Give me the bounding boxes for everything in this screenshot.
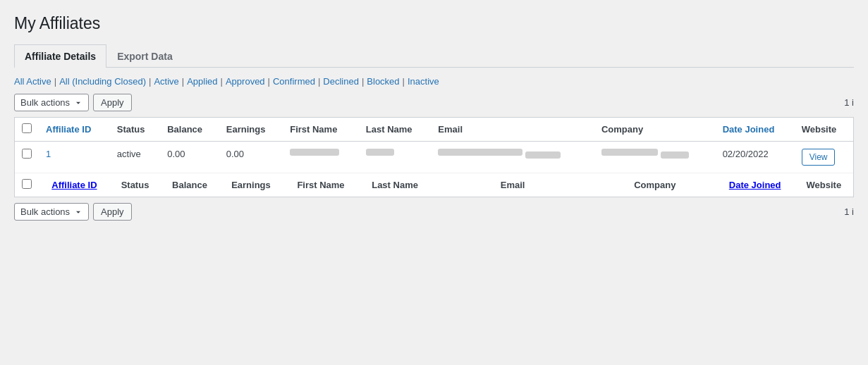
footer-affiliate-id-sort-link[interactable]: Affiliate ID: [51, 180, 97, 190]
row-affiliate-id: 1: [39, 142, 110, 173]
row-last-name: [359, 142, 432, 173]
row-website: View: [795, 142, 853, 173]
row-checkbox-cell: [15, 142, 39, 173]
footer-header-email: Email: [431, 173, 594, 197]
row-company: [594, 142, 716, 173]
bulk-actions-label: Bulk actions: [20, 97, 70, 108]
bottom-toolbar: Bulk actions Apply 1 i: [14, 203, 854, 221]
row-first-name: [283, 142, 359, 173]
footer-header-affiliate-id: Affiliate ID: [39, 173, 110, 197]
affiliates-table: Affiliate ID Status Balance Earnings Fir…: [15, 118, 853, 197]
table-footer-header-row: Affiliate ID Status Balance Earnings Fir…: [15, 173, 853, 197]
footer-header-first-name: First Name: [283, 173, 359, 197]
filter-links: All Active | All (Including Closed) | Ac…: [14, 76, 854, 87]
top-toolbar: Bulk actions Apply 1 i: [14, 94, 854, 111]
filter-approved[interactable]: Approved: [226, 76, 265, 87]
footer-header-status: Status: [110, 173, 160, 197]
footer-date-joined-sort-link[interactable]: Date Joined: [729, 180, 781, 190]
company-blurred-line2: [661, 151, 689, 159]
filter-applied[interactable]: Applied: [187, 76, 217, 87]
last-name-blurred: [366, 149, 394, 156]
footer-header-balance: Balance: [160, 173, 219, 197]
filter-active[interactable]: Active: [154, 76, 178, 87]
tab-export-data[interactable]: Export Data: [106, 44, 183, 68]
affiliate-id-sort-link[interactable]: Affiliate ID: [46, 124, 91, 135]
row-balance: 0.00: [160, 142, 219, 173]
footer-header-website: Website: [795, 173, 853, 197]
footer-checkbox-cell: [15, 173, 39, 197]
filter-confirmed[interactable]: Confirmed: [273, 76, 315, 87]
footer-select-all-checkbox[interactable]: [22, 179, 32, 189]
bottom-apply-button[interactable]: Apply: [93, 203, 132, 221]
top-toolbar-left: Bulk actions Apply: [14, 94, 132, 111]
filter-all-active[interactable]: All Active: [14, 76, 51, 87]
header-status: Status: [110, 118, 160, 142]
filter-declined[interactable]: Declined: [323, 76, 359, 87]
top-count: 1 i: [844, 97, 854, 108]
filter-all-including-closed[interactable]: All (Including Closed): [59, 76, 146, 87]
page-title: My Affiliates: [14, 14, 854, 33]
row-date-joined: 02/20/2022: [716, 142, 795, 173]
row-checkbox[interactable]: [22, 149, 32, 159]
row-earnings: 0.00: [219, 142, 283, 173]
table-header-row: Affiliate ID Status Balance Earnings Fir…: [15, 118, 853, 142]
header-balance: Balance: [160, 118, 219, 142]
header-affiliate-id: Affiliate ID: [39, 118, 110, 142]
tab-affiliate-details[interactable]: Affiliate Details: [14, 44, 106, 68]
bottom-bulk-actions-dropdown[interactable]: Bulk actions: [14, 203, 89, 221]
header-checkbox-cell: [15, 118, 39, 142]
footer-header-last-name: Last Name: [359, 173, 432, 197]
tabs-bar: Affiliate Details Export Data: [14, 44, 854, 68]
footer-header-earnings: Earnings: [219, 173, 283, 197]
select-all-checkbox[interactable]: [22, 123, 32, 133]
top-apply-button[interactable]: Apply: [93, 94, 132, 111]
bottom-toolbar-left: Bulk actions Apply: [14, 203, 132, 221]
header-date-joined: Date Joined: [716, 118, 795, 142]
chevron-down-icon: [74, 99, 82, 107]
header-company: Company: [594, 118, 716, 142]
filter-inactive[interactable]: Inactive: [408, 76, 439, 87]
footer-header-company: Company: [594, 173, 716, 197]
date-joined-sort-link[interactable]: Date Joined: [723, 124, 775, 135]
email-blurred-line1: [438, 149, 522, 156]
email-blurred-line2: [525, 151, 561, 159]
table-row: 1 active 0.00 0.00 02: [15, 142, 853, 173]
view-button[interactable]: View: [802, 149, 836, 166]
first-name-blurred: [290, 149, 339, 156]
header-email: Email: [431, 118, 594, 142]
header-first-name: First Name: [283, 118, 359, 142]
row-email: [431, 142, 594, 173]
filter-blocked[interactable]: Blocked: [367, 76, 399, 87]
row-status: active: [110, 142, 160, 173]
header-website: Website: [795, 118, 853, 142]
affiliates-table-wrap: Affiliate ID Status Balance Earnings Fir…: [14, 117, 854, 197]
bottom-chevron-down-icon: [74, 208, 82, 216]
affiliate-id-link[interactable]: 1: [46, 149, 51, 159]
header-last-name: Last Name: [359, 118, 432, 142]
bottom-bulk-actions-label: Bulk actions: [20, 206, 70, 217]
company-blurred-line1: [601, 149, 658, 156]
bottom-count: 1 i: [844, 206, 854, 217]
bulk-actions-dropdown[interactable]: Bulk actions: [14, 94, 89, 111]
footer-header-date-joined: Date Joined: [716, 173, 795, 197]
header-earnings: Earnings: [219, 118, 283, 142]
